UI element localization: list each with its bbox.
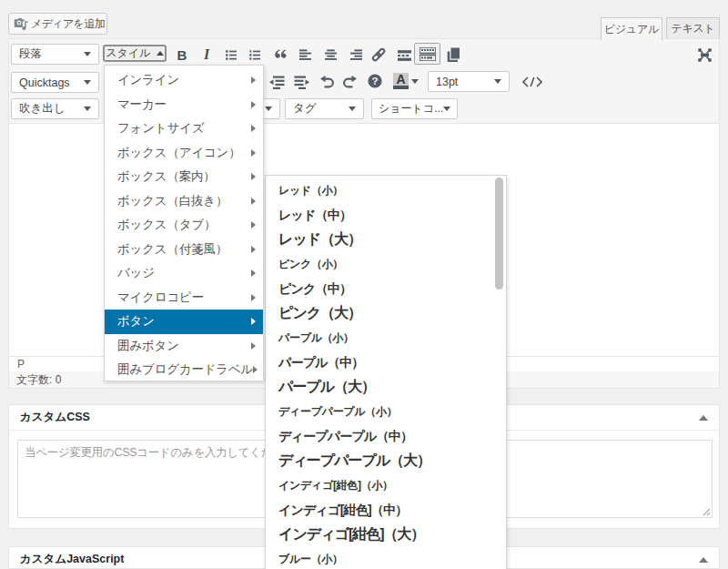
svg-text:?: ?: [371, 76, 378, 86]
